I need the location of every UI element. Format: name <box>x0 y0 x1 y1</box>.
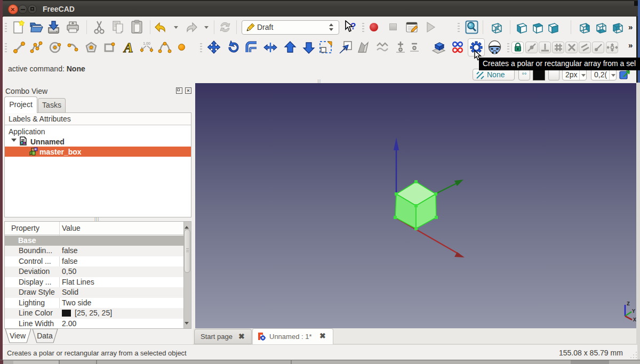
svg-text:Data: Data <box>37 331 53 340</box>
svg-text:View: View <box>10 331 26 340</box>
svg-text:?: ? <box>350 21 356 31</box>
svg-text:A: A <box>123 41 133 54</box>
svg-text:1.00: 1.00 <box>143 42 150 45</box>
svg-text:Z: Z <box>627 301 630 307</box>
svg-text:X: X <box>633 317 636 323</box>
svg-text:Y: Y <box>632 309 635 314</box>
